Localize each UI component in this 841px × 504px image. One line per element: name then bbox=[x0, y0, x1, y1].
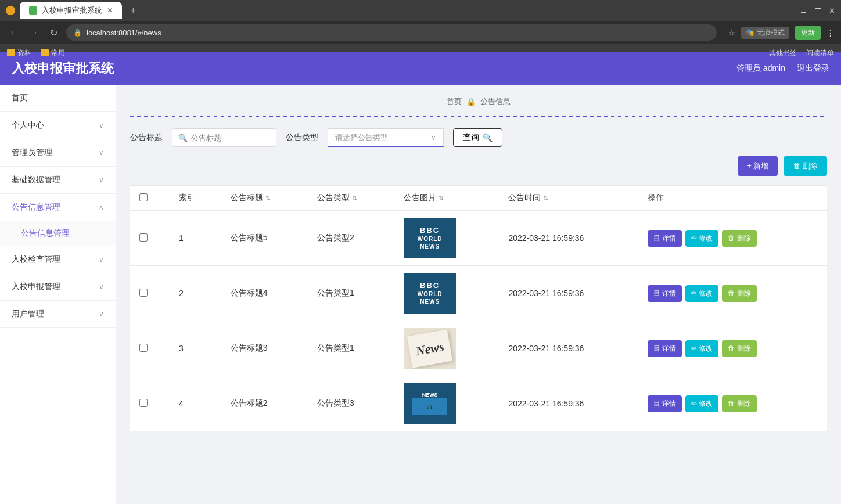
close-icon[interactable]: ✕ bbox=[829, 6, 835, 15]
row4-checkbox[interactable] bbox=[139, 399, 148, 407]
row2-delete-button[interactable]: 🗑 删除 bbox=[722, 285, 756, 302]
th-image: 公告图片 ⇅ bbox=[394, 186, 499, 211]
sidebar-item-entry-mgmt[interactable]: 入校申报管理 ∨ bbox=[0, 273, 116, 301]
sidebar-item-admin-mgmt[interactable]: 管理员管理 ∨ bbox=[0, 139, 116, 167]
announcement-title-search[interactable]: 🔍 bbox=[172, 128, 276, 147]
incognito-badge: 🎭 无痕模式 bbox=[741, 27, 789, 39]
row4-operations: 目 详情 ✏ 修改 🗑 删除 bbox=[638, 376, 827, 431]
breadcrumb-current: 公告信息 bbox=[480, 96, 511, 107]
incognito-icon: 🎭 bbox=[746, 28, 754, 37]
chevron-icon-5: ∨ bbox=[99, 255, 104, 264]
star-icon[interactable]: ☆ bbox=[728, 28, 735, 37]
new-tab-icon[interactable]: + bbox=[130, 5, 136, 17]
announcement-title-input[interactable] bbox=[191, 134, 270, 142]
tv-image: NEWS 📺 bbox=[404, 383, 456, 424]
sidebar-item-basic-data[interactable]: 基础数据管理 ∨ bbox=[0, 167, 116, 194]
add-label: + 新增 bbox=[747, 161, 768, 171]
row4-title: 公告标题2 bbox=[221, 376, 308, 431]
tab-favicon-icon bbox=[29, 6, 37, 15]
other-bookmarks[interactable]: 其他书签 bbox=[769, 48, 797, 58]
logout-button[interactable]: 退出登录 bbox=[797, 63, 829, 74]
th-index-label: 索引 bbox=[179, 193, 195, 203]
row1-type: 公告类型2 bbox=[308, 211, 394, 266]
row2-checkbox-cell bbox=[130, 266, 170, 321]
forward-button[interactable]: → bbox=[27, 27, 41, 38]
update-button[interactable]: 更新 bbox=[795, 26, 821, 40]
active-tab[interactable]: 入校申报审批系统 ✕ bbox=[20, 2, 122, 19]
row4-detail-button[interactable]: 目 详情 bbox=[648, 395, 682, 412]
sidebar-item-home[interactable]: 首页 bbox=[0, 85, 116, 112]
row2-detail-button[interactable]: 目 详情 bbox=[648, 285, 682, 302]
sidebar-item-checkin-mgmt[interactable]: 入校检查管理 ∨ bbox=[0, 246, 116, 273]
sidebar-label-entry-mgmt: 入校申报管理 bbox=[12, 282, 60, 292]
address-input[interactable]: 🔒 localhost:8081/#/news bbox=[66, 24, 717, 41]
address-text: localhost:8081/#/news bbox=[87, 28, 161, 37]
app-title: 入校申报审批系统 bbox=[12, 60, 114, 77]
maximize-icon[interactable]: 🗖 bbox=[814, 6, 822, 15]
chevron-icon: ∨ bbox=[99, 121, 104, 129]
select-placeholder: 请选择公告类型 bbox=[335, 132, 426, 143]
sidebar-item-announcement[interactable]: 公告信息管理 ∧ bbox=[0, 194, 116, 221]
row4-time: 2022-03-21 16:59:36 bbox=[499, 376, 638, 431]
action-toolbar: + 新增 🗑 删除 bbox=[130, 156, 827, 176]
query-button[interactable]: 查询 🔍 bbox=[453, 128, 502, 147]
row1-detail-button[interactable]: 目 详情 bbox=[648, 230, 682, 247]
row2-checkbox[interactable] bbox=[139, 289, 148, 297]
search-toolbar: 公告标题 🔍 公告类型 请选择公告类型 ∨ 查询 🔍 bbox=[130, 128, 827, 147]
sidebar-item-user-mgmt[interactable]: 用户管理 ∨ bbox=[0, 301, 116, 328]
row3-image: News bbox=[394, 321, 499, 376]
refresh-button[interactable]: ↻ bbox=[46, 27, 60, 38]
th-operation: 操作 bbox=[638, 186, 827, 211]
row3-title: 公告标题3 bbox=[221, 321, 308, 376]
row2-edit-button[interactable]: ✏ 修改 bbox=[685, 285, 718, 302]
row4-edit-button[interactable]: ✏ 修改 bbox=[685, 395, 718, 412]
admin-label: 管理员 admin bbox=[736, 63, 785, 74]
row3-op-btns: 目 详情 ✏ 修改 🗑 删除 bbox=[648, 340, 818, 357]
bookmark-2[interactable]: 常用 bbox=[41, 48, 65, 58]
row1-operations: 目 详情 ✏ 修改 🗑 删除 bbox=[638, 211, 827, 266]
row3-time: 2022-03-21 16:59:36 bbox=[499, 321, 638, 376]
address-bar: ← → ↻ 🔒 localhost:8081/#/news ☆ 🎭 无痕模式 更… bbox=[0, 21, 841, 44]
select-all-checkbox[interactable] bbox=[139, 193, 148, 201]
add-button[interactable]: + 新增 bbox=[738, 156, 778, 176]
row4-image: NEWS 📺 bbox=[394, 376, 499, 431]
subitem-label: 公告信息管理 bbox=[21, 228, 70, 237]
menu-icon[interactable]: ⋮ bbox=[826, 28, 834, 37]
minimize-icon[interactable]: 🗕 bbox=[800, 6, 807, 15]
table-row: 2 公告标题4 公告类型1 BBC WORLD NEWS bbox=[130, 266, 827, 321]
batch-delete-button[interactable]: 🗑 删除 bbox=[784, 156, 827, 176]
row1-edit-button[interactable]: ✏ 修改 bbox=[685, 230, 718, 247]
row3-operations: 目 详情 ✏ 修改 🗑 删除 bbox=[638, 321, 827, 376]
row3-index: 3 bbox=[170, 321, 221, 376]
breadcrumb-separator: 🔒 bbox=[466, 98, 476, 106]
delete-label: 🗑 删除 bbox=[793, 161, 818, 171]
row3-checkbox[interactable] bbox=[139, 344, 148, 352]
sidebar-subitem-announcement-mgmt[interactable]: 公告信息管理 bbox=[0, 221, 116, 246]
main-content: 首页 🔒 公告信息 公告标题 🔍 公告类型 请选择公告类型 ∨ 查询 🔍 bbox=[116, 85, 841, 504]
th-title-label: 公告标题 bbox=[231, 193, 263, 203]
row1-delete-button[interactable]: 🗑 删除 bbox=[722, 230, 756, 247]
sidebar-item-personal[interactable]: 个人中心 ∨ bbox=[0, 112, 116, 139]
breadcrumb-home[interactable]: 首页 bbox=[447, 96, 462, 107]
th-image-label: 公告图片 bbox=[404, 193, 436, 203]
sort-icon-image: ⇅ bbox=[439, 195, 444, 202]
select-arrow-icon: ∨ bbox=[431, 134, 436, 142]
reading-list[interactable]: 阅读清单 bbox=[806, 48, 834, 58]
row4-delete-button[interactable]: 🗑 删除 bbox=[722, 395, 756, 412]
bookmark-1[interactable]: 资料 bbox=[7, 48, 31, 58]
incognito-label: 无痕模式 bbox=[757, 28, 785, 38]
tab-close-icon[interactable]: ✕ bbox=[107, 6, 113, 15]
row3-edit-button[interactable]: ✏ 修改 bbox=[685, 340, 718, 357]
row1-checkbox-cell bbox=[130, 211, 170, 266]
row1-time: 2022-03-21 16:59:36 bbox=[499, 211, 638, 266]
announcement-type-select[interactable]: 请选择公告类型 ∨ bbox=[328, 128, 444, 147]
back-button[interactable]: ← bbox=[7, 27, 21, 38]
row1-index: 1 bbox=[170, 211, 221, 266]
th-type-label: 公告类型 bbox=[317, 193, 350, 203]
row1-checkbox[interactable] bbox=[139, 233, 148, 242]
row2-operations: 目 详情 ✏ 修改 🗑 删除 bbox=[638, 266, 827, 321]
sidebar-label-personal: 个人中心 bbox=[12, 120, 44, 131]
row3-detail-button[interactable]: 目 详情 bbox=[648, 340, 682, 357]
bbc-image-2: BBC WORLD NEWS bbox=[404, 273, 456, 314]
row3-delete-button[interactable]: 🗑 删除 bbox=[722, 340, 756, 357]
